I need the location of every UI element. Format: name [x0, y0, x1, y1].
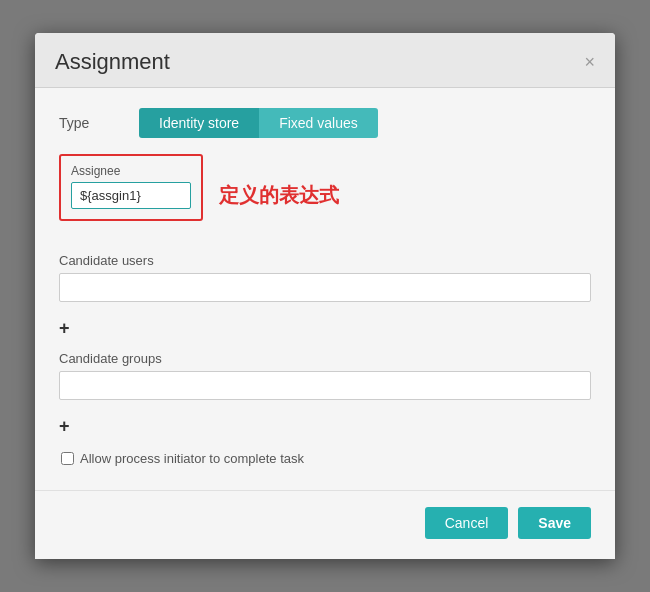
candidate-groups-input[interactable]: [59, 371, 591, 400]
add-candidate-groups-btn[interactable]: +: [59, 416, 70, 437]
save-button[interactable]: Save: [518, 507, 591, 539]
tab-identity-store[interactable]: Identity store: [139, 108, 259, 138]
allow-initiator-row: Allow process initiator to complete task: [61, 451, 591, 466]
assignee-row: [71, 182, 191, 209]
modal-footer: Cancel Save: [35, 490, 615, 559]
candidate-users-input[interactable]: [59, 273, 591, 302]
assignment-modal: Assignment × Type Identity store Fixed v…: [35, 33, 615, 559]
modal-body: Type Identity store Fixed values Assigne…: [35, 88, 615, 490]
candidate-users-group: Candidate users: [59, 253, 591, 302]
candidate-groups-label: Candidate groups: [59, 351, 591, 366]
candidate-groups-group: Candidate groups: [59, 351, 591, 400]
assignee-label: Assignee: [71, 164, 191, 178]
allow-initiator-checkbox[interactable]: [61, 452, 74, 465]
candidate-users-label: Candidate users: [59, 253, 591, 268]
allow-initiator-label: Allow process initiator to complete task: [80, 451, 304, 466]
tab-fixed-values[interactable]: Fixed values: [259, 108, 378, 138]
type-label: Type: [59, 115, 139, 131]
add-candidate-users-btn[interactable]: +: [59, 318, 70, 339]
modal-title: Assignment: [55, 49, 170, 75]
close-icon[interactable]: ×: [584, 53, 595, 71]
modal-header: Assignment ×: [35, 33, 615, 88]
annotation-text: 定义的表达式: [219, 182, 339, 209]
assignee-section: Assignee: [59, 154, 203, 221]
assignee-input[interactable]: [71, 182, 191, 209]
type-row: Type Identity store Fixed values: [59, 108, 591, 138]
cancel-button[interactable]: Cancel: [425, 507, 509, 539]
tab-group: Identity store Fixed values: [139, 108, 378, 138]
